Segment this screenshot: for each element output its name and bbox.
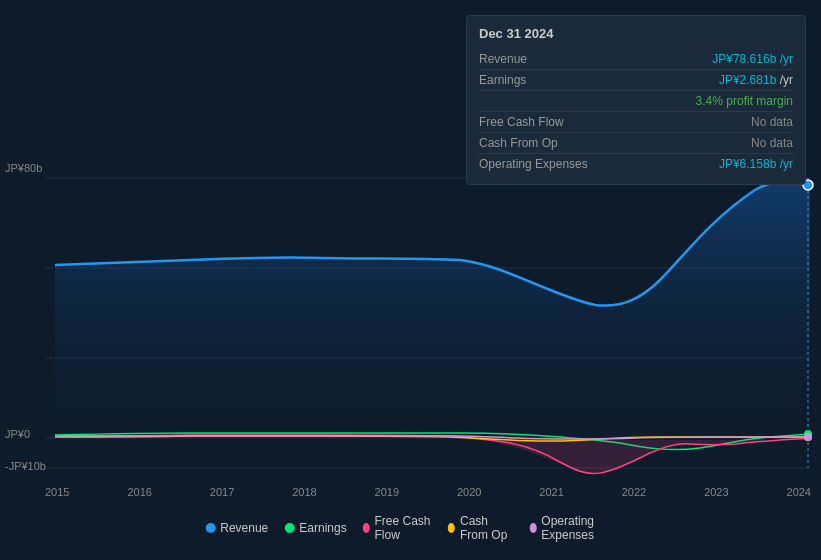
tooltip-cashfromop-value: No data	[751, 136, 793, 150]
legend-revenue[interactable]: Revenue	[205, 521, 268, 535]
tooltip-fcf-label: Free Cash Flow	[479, 115, 564, 129]
tooltip-cashfromop-row: Cash From Op No data	[479, 133, 793, 154]
tooltip-revenue-row: Revenue JP¥78.616b /yr	[479, 49, 793, 70]
x-label-2017: 2017	[210, 486, 234, 498]
y-label-80b: JP¥80b	[5, 162, 42, 174]
chart-legend: Revenue Earnings Free Cash Flow Cash Fro…	[205, 514, 616, 542]
tooltip-profit-margin-row: 3.4% profit margin	[479, 91, 793, 112]
legend-cashfromop-dot	[448, 523, 455, 533]
y-label-0: JP¥0	[5, 428, 30, 440]
legend-opex-dot	[529, 523, 536, 533]
tooltip-fcf-row: Free Cash Flow No data	[479, 112, 793, 133]
x-label-2019: 2019	[375, 486, 399, 498]
x-label-2023: 2023	[704, 486, 728, 498]
legend-revenue-dot	[205, 523, 215, 533]
tooltip-profit-margin-value: 3.4% profit margin	[696, 94, 793, 108]
legend-earnings-dot	[284, 523, 294, 533]
y-label-neg10b: -JP¥10b	[5, 460, 46, 472]
legend-fcf-label: Free Cash Flow	[374, 514, 432, 542]
legend-earnings-label: Earnings	[299, 521, 346, 535]
x-label-2021: 2021	[539, 486, 563, 498]
legend-fcf-dot	[363, 523, 370, 533]
tooltip-earnings-label: Earnings	[479, 73, 526, 87]
x-label-2022: 2022	[622, 486, 646, 498]
tooltip-revenue-label: Revenue	[479, 52, 527, 66]
svg-point-10	[804, 433, 812, 441]
x-label-2015: 2015	[45, 486, 69, 498]
tooltip-opex-value: JP¥6.158b /yr	[719, 157, 793, 171]
legend-cashfromop[interactable]: Cash From Op	[448, 514, 513, 542]
x-label-2024: 2024	[787, 486, 811, 498]
tooltip-earnings-row: Earnings JP¥2.681b /yr	[479, 70, 793, 91]
legend-earnings[interactable]: Earnings	[284, 521, 346, 535]
legend-revenue-label: Revenue	[220, 521, 268, 535]
tooltip-opex-label: Operating Expenses	[479, 157, 588, 171]
legend-opex-label: Operating Expenses	[541, 514, 615, 542]
x-label-2016: 2016	[127, 486, 151, 498]
tooltip-card: Dec 31 2024 Revenue JP¥78.616b /yr Earni…	[466, 15, 806, 185]
x-axis-labels: 2015 2016 2017 2018 2019 2020 2021 2022 …	[45, 486, 811, 498]
legend-fcf[interactable]: Free Cash Flow	[363, 514, 433, 542]
tooltip-fcf-value: No data	[751, 115, 793, 129]
legend-opex[interactable]: Operating Expenses	[529, 514, 615, 542]
legend-cashfromop-label: Cash From Op	[460, 514, 514, 542]
tooltip-cashfromop-label: Cash From Op	[479, 136, 558, 150]
tooltip-revenue-value: JP¥78.616b /yr	[712, 52, 793, 66]
x-label-2020: 2020	[457, 486, 481, 498]
x-label-2018: 2018	[292, 486, 316, 498]
tooltip-date: Dec 31 2024	[479, 26, 793, 41]
tooltip-opex-row: Operating Expenses JP¥6.158b /yr	[479, 154, 793, 174]
tooltip-earnings-value: JP¥2.681b /yr	[719, 73, 793, 87]
